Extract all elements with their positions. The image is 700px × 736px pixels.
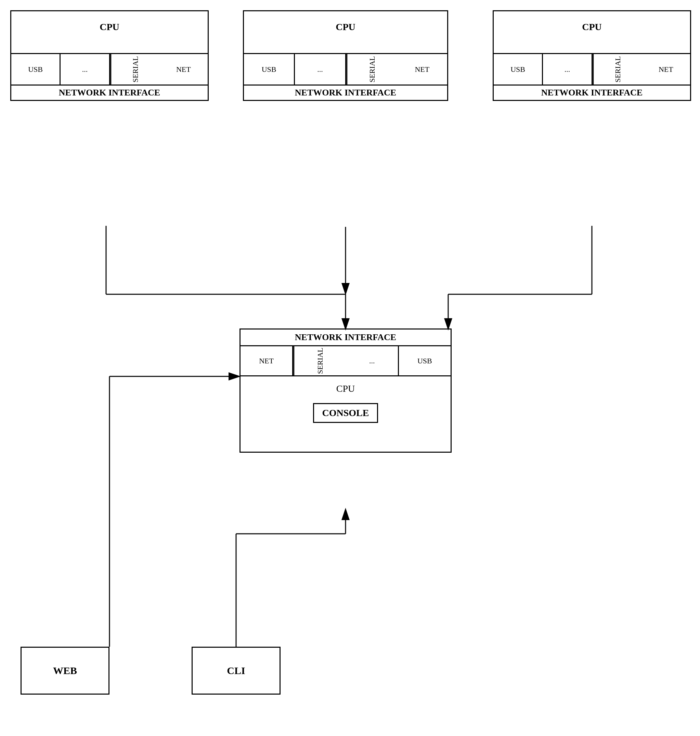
web-box: WEB xyxy=(21,647,109,695)
center-net: NET xyxy=(241,346,293,375)
node-center-top-usb: USB xyxy=(244,54,295,84)
node-left-usb: USB xyxy=(11,54,60,84)
node-left-cpu-label: CPU xyxy=(11,11,208,53)
node-right-cpu-label: CPU xyxy=(494,11,690,53)
node-center-top: CPU USB ... SERIAL NET NETWORK INTERFACE xyxy=(243,10,448,101)
node-center-top-dots: ... xyxy=(295,54,346,84)
node-center-top-net: NET xyxy=(397,54,447,84)
cli-box: CLI xyxy=(191,647,281,695)
node-right-iface-row: USB ... SERIAL NET xyxy=(494,53,690,84)
node-center-top-serial: SERIAL xyxy=(346,54,397,84)
center-cpu-label: CPU xyxy=(247,383,444,394)
diagram: CPU USB ... SERIAL NET NETWORK INTERFACE… xyxy=(0,0,700,736)
node-left: CPU USB ... SERIAL NET NETWORK INTERFACE xyxy=(10,10,209,101)
node-right: CPU USB ... SERIAL NET NETWORK INTERFACE xyxy=(493,10,691,101)
center-iface-row: NET SERIAL ... USB xyxy=(241,346,451,376)
node-center-top-cpu-label: CPU xyxy=(244,11,447,53)
center-device: NETWORK INTERFACE NET SERIAL ... USB CPU… xyxy=(240,328,451,453)
node-left-serial: SERIAL xyxy=(110,54,159,84)
node-right-usb: USB xyxy=(494,54,543,84)
node-right-serial: SERIAL xyxy=(593,54,642,84)
node-center-top-net-iface: NETWORK INTERFACE xyxy=(244,84,447,100)
node-left-dots: ... xyxy=(60,54,110,84)
console-box: CONSOLE xyxy=(313,403,378,423)
node-right-net: NET xyxy=(642,54,690,84)
center-usb: USB xyxy=(399,346,451,375)
node-center-top-iface-row: USB ... SERIAL NET xyxy=(244,53,447,84)
node-right-net-iface: NETWORK INTERFACE xyxy=(494,84,690,100)
node-right-dots: ... xyxy=(543,54,592,84)
center-net-iface-label: NETWORK INTERFACE xyxy=(241,330,451,346)
center-dots: ... xyxy=(346,346,399,375)
node-left-net-iface: NETWORK INTERFACE xyxy=(11,84,208,100)
center-cpu-area: CPU CONSOLE xyxy=(241,376,451,452)
node-left-iface-row: USB ... SERIAL NET xyxy=(11,53,208,84)
node-left-net: NET xyxy=(159,54,208,84)
center-serial: SERIAL xyxy=(293,346,346,375)
